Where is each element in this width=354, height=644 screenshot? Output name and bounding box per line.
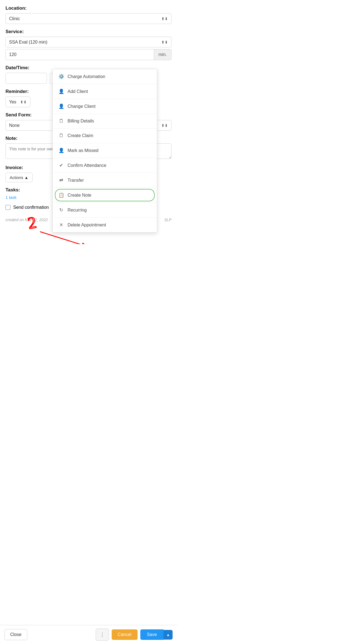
dropdown-item-add-client[interactable]: 👤Add Client: [53, 84, 157, 99]
reminder-select-wrapper[interactable]: Yes No ⬆⬇: [6, 97, 30, 107]
confirm-attendance-label: Confirm Attendance: [68, 163, 106, 168]
transfer-label: Transfer: [68, 178, 84, 183]
charge-automation-label: Charge Automation: [68, 74, 105, 79]
duration-unit-label: min.: [154, 49, 171, 60]
transfer-icon: ⇄: [58, 177, 64, 183]
create-claim-icon: 🗒: [58, 133, 64, 138]
dropdown-item-confirm-attendance[interactable]: ✔Confirm Attendance: [53, 158, 157, 173]
add-client-label: Add Client: [68, 89, 88, 94]
dropdown-item-create-note[interactable]: 📋Create Note: [53, 188, 157, 203]
confirm-attendance-icon: ✔: [58, 162, 64, 168]
service-label: Service:: [6, 29, 171, 34]
dropdown-item-charge-automation[interactable]: ⚙️Charge Automation: [53, 69, 157, 84]
mark-as-missed-label: Mark as Missed: [68, 148, 98, 153]
dropdown-item-mark-as-missed[interactable]: 👤Mark as Missed: [53, 143, 157, 158]
location-select-wrapper[interactable]: Clinic Remote Home ⬆⬇: [6, 13, 171, 24]
service-field-group: Service: SSA Eval (120 min) Standard Eva…: [6, 29, 171, 60]
dropdown-item-delete-appointment[interactable]: ✕Delete Appointment: [53, 218, 157, 232]
create-note-label: Create Note: [68, 193, 91, 198]
reminder-select[interactable]: Yes No: [6, 97, 30, 107]
delete-appointment-label: Delete Appointment: [68, 223, 106, 228]
add-client-icon: 👤: [58, 89, 64, 94]
change-client-icon: 👤: [58, 103, 64, 109]
billing-details-label: Billing Details: [68, 119, 94, 124]
location-select[interactable]: Clinic Remote Home: [6, 14, 171, 24]
duration-input[interactable]: 120: [6, 49, 154, 60]
date-input[interactable]: 12/09/2022: [6, 73, 47, 84]
create-note-icon: 📋: [58, 192, 64, 198]
charge-automation-icon: ⚙️: [58, 74, 64, 79]
mark-as-missed-icon: 👤: [58, 148, 64, 153]
tasks-link[interactable]: 1 task: [6, 195, 17, 200]
dropdown-item-billing-details[interactable]: 🗒Billing Details: [53, 114, 157, 129]
recurring-label: Recurring: [68, 208, 87, 213]
form-container: Location: Clinic Remote Home ⬆⬇ Service:…: [0, 0, 177, 244]
dropdown-item-transfer[interactable]: ⇄Transfer: [53, 173, 157, 188]
delete-appointment-icon: ✕: [58, 222, 64, 228]
service-select[interactable]: SSA Eval (120 min) Standard Eval Follow-…: [6, 37, 171, 47]
dropdown-item-change-client[interactable]: 👤Change Client: [53, 99, 157, 114]
actions-dropdown-menu: ⚙️Charge Automation👤Add Client👤Change Cl…: [52, 69, 157, 233]
send-confirmation-checkbox[interactable]: [6, 205, 10, 210]
create-claim-label: Create Claim: [68, 133, 93, 138]
recurring-icon: ↻: [58, 207, 64, 213]
created-by: SLP: [164, 218, 171, 222]
dropdown-item-create-claim[interactable]: 🗒Create Claim: [53, 129, 157, 143]
actions-button[interactable]: Actions ▲: [6, 173, 33, 182]
location-field-group: Location: Clinic Remote Home ⬆⬇: [6, 6, 171, 24]
billing-details-icon: 🗒: [58, 118, 64, 124]
send-confirmation-label: Send confirmation: [13, 205, 49, 210]
dropdown-item-recurring[interactable]: ↻Recurring: [53, 203, 157, 218]
created-text: created on Nov 22, 2022: [6, 218, 48, 222]
change-client-label: Change Client: [68, 104, 95, 109]
location-label: Location:: [6, 6, 171, 11]
service-select-wrapper[interactable]: SSA Eval (120 min) Standard Eval Follow-…: [6, 37, 171, 47]
